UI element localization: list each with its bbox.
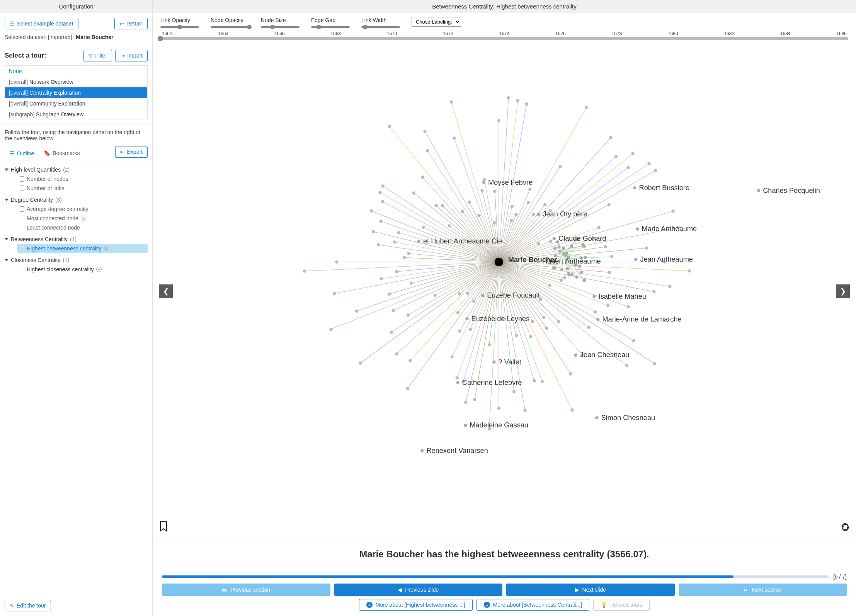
return-icon: ↩ xyxy=(119,20,124,27)
progress-bar[interactable] xyxy=(162,575,829,578)
outline-leaf[interactable]: Average degree centrality xyxy=(17,204,148,214)
svg-point-316 xyxy=(456,381,459,384)
tab-outline[interactable]: ☰ Outline xyxy=(5,147,39,160)
svg-point-267 xyxy=(604,245,607,248)
outline-leaf[interactable]: Number of nodes xyxy=(17,174,148,184)
outline-leaf[interactable]: Highest betweenness centrality + xyxy=(17,244,148,253)
tour-item[interactable]: [overall] Network Overview xyxy=(5,77,147,87)
graph-node-label[interactable]: Renexent Vanarsen xyxy=(426,447,488,454)
import-button[interactable]: ⇥ Import xyxy=(115,50,148,61)
svg-line-56 xyxy=(334,262,499,293)
graph-node-label[interactable]: Marie Antheaume xyxy=(642,225,697,233)
graph-node-label[interactable]: Charles Pocquelin xyxy=(763,187,820,194)
graph-node-label[interactable]: Simon Chesneau xyxy=(601,414,655,422)
outline-group-head[interactable]: Closeness Centrality (1) xyxy=(5,255,148,265)
edit-tour-button[interactable]: ✎ Edit the tour xyxy=(5,600,51,611)
graph-node-label[interactable]: Madeleine Gassau xyxy=(470,421,528,429)
svg-point-245 xyxy=(510,219,513,222)
graph-node-label[interactable]: Jean Antheaume xyxy=(640,255,693,263)
graph-node-label[interactable]: Isabelle Maheu xyxy=(599,293,646,300)
svg-point-172 xyxy=(570,408,574,412)
sidebar-header: Configuration xyxy=(0,0,152,13)
bookmark-button[interactable] xyxy=(159,521,168,533)
graph-node-label[interactable]: Claude Gohard xyxy=(558,235,606,242)
outline-leaf[interactable]: Least connected node xyxy=(17,223,148,232)
refresh-button[interactable] xyxy=(841,522,850,533)
next-section-button[interactable]: ⏭ Next section xyxy=(679,584,847,596)
svg-line-68 xyxy=(371,211,499,262)
related-tours-button: 💡 Related tours xyxy=(593,599,650,611)
svg-point-218 xyxy=(370,209,373,212)
graph-node-label[interactable]: Robert Bussiere xyxy=(639,184,689,192)
slider-edge-gap[interactable] xyxy=(311,26,350,28)
return-button[interactable]: ↩ Return xyxy=(114,18,148,29)
slider-link-opacity[interactable] xyxy=(160,26,199,28)
graph-node-label[interactable]: et Hubert Antheaume Cie xyxy=(423,237,502,245)
graph-area[interactable]: Moyse FebvreRobert BussiereCharles Pocqu… xyxy=(153,45,856,538)
labeling-select[interactable]: Chose Labeling: xyxy=(412,17,461,27)
svg-point-264 xyxy=(672,209,675,213)
tour-item[interactable]: [overall] Community Exploration xyxy=(5,98,147,109)
svg-point-166 xyxy=(557,320,560,323)
svg-point-305 xyxy=(636,227,639,230)
timeline-track[interactable] xyxy=(160,37,848,40)
svg-point-175 xyxy=(533,379,536,382)
filter-button[interactable]: ▽ Filter xyxy=(83,50,112,61)
export-icon: ⇤ xyxy=(120,149,125,155)
tab-bookmarks[interactable]: 🔖 Bookmarks xyxy=(39,147,84,159)
slider-node-opacity[interactable] xyxy=(211,26,249,28)
svg-point-224 xyxy=(412,191,415,194)
graph-node-label[interactable]: Catherine Lefebvre xyxy=(462,379,522,386)
svg-point-157 xyxy=(627,305,630,308)
timeline-thumb[interactable] xyxy=(158,36,163,41)
more-highest-button[interactable]: + More about [Highest betweenness ...] xyxy=(359,599,473,611)
svg-point-227 xyxy=(421,175,424,179)
main: Betweenness Centrality: Highest betweenn… xyxy=(153,0,856,616)
graph-node-label[interactable]: ? Vallet xyxy=(499,358,521,366)
slider-node-size[interactable] xyxy=(261,26,300,28)
next-arrow[interactable]: ❯ xyxy=(836,284,850,298)
svg-point-168 xyxy=(542,316,545,319)
svg-point-240 xyxy=(497,119,500,122)
outline-group-head[interactable]: Betweenness Centrality (1) xyxy=(5,235,148,244)
svg-point-246 xyxy=(514,213,517,216)
network-graph[interactable]: Moyse FebvreRobert BussiereCharles Pocqu… xyxy=(153,45,856,538)
select-tour-heading: Select a tour: xyxy=(5,52,46,60)
graph-node-label[interactable]: Euzèbe de Loynes xyxy=(471,315,530,323)
svg-point-180 xyxy=(497,407,500,410)
outline-leaf[interactable]: Most connected node + xyxy=(17,214,148,223)
svg-point-239 xyxy=(493,190,496,193)
graph-node-label[interactable]: Moyse Febvre xyxy=(488,179,533,186)
graph-node-label[interactable]: Marie-Anne de Lamarche xyxy=(602,315,681,323)
svg-line-47 xyxy=(360,262,499,363)
graph-node-label[interactable]: Jean Ory père xyxy=(543,210,587,218)
svg-point-197 xyxy=(359,361,362,364)
tour-section: Select a tour: ▽ Filter ⇥ Import None[ov… xyxy=(0,45,152,124)
svg-point-273 xyxy=(562,252,565,255)
svg-point-249 xyxy=(585,106,588,109)
nav-buttons: ⏮ Previous section ◀ Previous slide ▶ Ne… xyxy=(153,581,856,597)
graph-node-label[interactable]: Euzèbe Foucault xyxy=(487,291,540,299)
outline-group-head[interactable]: Degree Centrality (3) xyxy=(5,195,148,204)
outline-leaf[interactable]: Number of links xyxy=(17,184,148,193)
svg-point-260 xyxy=(608,203,611,206)
export-button[interactable]: ⇤ Export xyxy=(115,146,148,158)
svg-point-309 xyxy=(634,258,637,261)
prev-slide-button[interactable]: ◀ Previous slide xyxy=(334,584,503,596)
outline-group-head[interactable]: High-level Quantities (2) xyxy=(5,165,148,174)
prev-section-button[interactable]: ⏮ Previous section xyxy=(162,584,330,596)
prev-arrow[interactable]: ❮ xyxy=(159,284,173,298)
more-centrality-button[interactable]: ⌄ More about [Betweenness Centrali...] xyxy=(477,599,589,611)
tour-item[interactable]: [overall] Centrality Exploration xyxy=(5,87,147,98)
tour-item[interactable]: None xyxy=(5,66,147,77)
svg-point-189 xyxy=(458,329,461,332)
tour-item[interactable]: [subgraph] Subgraph Overview xyxy=(5,109,147,119)
next-slide-button[interactable]: ▶ Next slide xyxy=(506,584,675,596)
graph-node-label[interactable]: Jean Chesneau xyxy=(580,351,629,359)
selected-dataset: Selected dataset: [imported] Marie Bouch… xyxy=(5,34,148,40)
tour-list[interactable]: None[overall] Network Overview[overall] … xyxy=(5,65,148,119)
outline-leaf[interactable]: Highest closeness centrality + xyxy=(17,265,148,274)
graph-node-label[interactable]: Hubert Antheaume xyxy=(542,257,601,265)
slider-link-width[interactable] xyxy=(361,26,400,28)
select-example-button[interactable]: ☰ Select example dataset xyxy=(5,18,78,29)
